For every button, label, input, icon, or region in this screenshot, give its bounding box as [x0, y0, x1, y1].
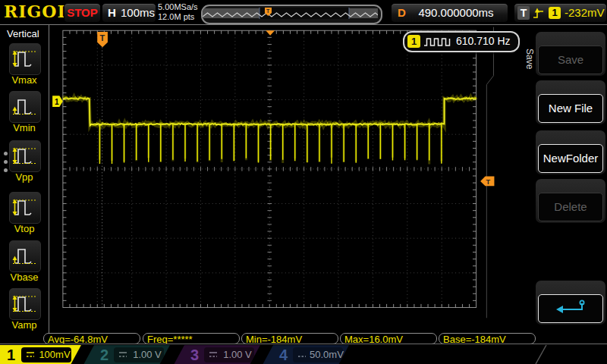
delay-badge: D 490.000000ms [391, 3, 508, 23]
horizontal-timebase-badge: H 100ms [102, 3, 156, 23]
softkey-back[interactable] [536, 281, 605, 325]
vpp-icon [10, 141, 39, 170]
channel-3-badge[interactable]: 3 1.00 V [174, 345, 260, 364]
timebase-value: 100ms [121, 4, 154, 22]
rising-edge-icon [532, 7, 545, 19]
softkey-save[interactable]: Save [536, 32, 605, 76]
return-arrow-icon [553, 298, 588, 318]
dc-coupling-icon [209, 351, 218, 358]
measure-button-vmin[interactable] [9, 91, 41, 123]
vbase-icon [10, 241, 39, 270]
channel-1-number: 1 [7, 346, 15, 364]
menu-tab-save: Save [524, 42, 535, 77]
left-measure-menu: Vertical VmaxVminVppVtopVbaseVamp [0, 25, 49, 344]
measurement-avg: Avg=-64.8mV [43, 333, 140, 344]
measure-button-vpp[interactable] [9, 140, 41, 172]
brand-logo: RIGOL [4, 2, 70, 21]
channel-4-scale: 50.0mV [310, 347, 343, 362]
measure-button-vamp[interactable] [9, 288, 41, 320]
frequency-counter-badge: 1 610.710 Hz [403, 31, 520, 52]
measure-button-vbase[interactable] [9, 240, 41, 272]
top-status-bar: RIGOL STOP H 100ms 5.00MSa/s 12.0M pts T… [0, 0, 607, 25]
vmax-icon [10, 44, 39, 73]
softkey-new-folder[interactable]: NewFolder [536, 130, 605, 174]
channel-2-scale-box: 1.00 V [114, 347, 164, 362]
new-file-button[interactable]: New File [538, 94, 603, 123]
acquisition-info: 5.00MSa/s 12.0M pts [158, 2, 198, 22]
channel-2-badge[interactable]: 2 1.00 V [83, 345, 170, 364]
square-wave-icon [423, 36, 454, 47]
trigger-label: T [517, 6, 530, 20]
scope-markers: 1TT [52, 30, 494, 186]
vamp-icon [10, 289, 39, 318]
delay-label: D [398, 4, 406, 22]
delay-position-triangle [266, 30, 275, 35]
bar-divider [531, 344, 549, 364]
menu-tab-outline [486, 27, 493, 318]
right-soft-menu: Save New File NewFolder Delete [536, 25, 607, 344]
channel-4-number: 4 [279, 346, 288, 364]
channel-2-number: 2 [100, 346, 109, 364]
measure-label-vmax: Vmax [0, 74, 49, 86]
softkey-delete[interactable]: Delete [536, 179, 605, 223]
channel-1-scale-box: 100mV [21, 347, 71, 362]
softkey-new-file[interactable]: New File [536, 80, 605, 124]
new-folder-button[interactable]: NewFolder [538, 144, 603, 173]
vmin-icon [10, 92, 39, 121]
menu-page-dot [4, 152, 8, 155]
dc-coupling-icon [297, 351, 307, 358]
save-button[interactable]: Save [538, 46, 603, 74]
freq-counter-value: 610.710 Hz [456, 33, 511, 50]
channel-3-scale: 1.00 V [221, 347, 254, 362]
vtop-icon [10, 193, 39, 221]
waveform-memory-preview[interactable]: T [201, 5, 382, 24]
svg-text:T: T [266, 8, 270, 14]
dc-coupling-icon [26, 351, 35, 358]
channel-2-scale: 1.00 V [131, 347, 164, 362]
menu-page-dot [4, 160, 8, 164]
measure-label-vmin: Vmin [0, 122, 49, 133]
oscilloscope-screen: RIGOL STOP H 100ms 5.00MSa/s 12.0M pts T… [0, 0, 607, 364]
channel-1-badge[interactable]: 1 100mV [0, 345, 82, 364]
left-menu-title: Vertical [7, 28, 39, 39]
trigger-level-value: -232mV [565, 4, 605, 22]
measurement-base: Base=-184mV [439, 333, 536, 344]
dc-coupling-icon [118, 351, 127, 358]
svg-text:T: T [486, 178, 490, 186]
trigger-source-badge: 1 [549, 7, 561, 19]
channel-status-bar: 1 100mV 2 1.00 V 3 [0, 344, 607, 364]
run-state-badge: STOP [64, 3, 101, 23]
graticule [63, 30, 476, 307]
channel-1-scale: 100mV [38, 347, 71, 362]
svg-text:1: 1 [55, 98, 59, 106]
trigger-badge: T 1 -232mV [514, 3, 607, 23]
horizontal-label: H [108, 4, 116, 22]
back-button[interactable] [538, 294, 603, 323]
channel-4-scale-box: 50.0mV [293, 347, 343, 362]
delay-value: 490.000000ms [408, 4, 504, 22]
channel-4-badge[interactable]: 4 50.0mV [263, 345, 349, 364]
measure-label-vpp: Vpp [0, 171, 49, 183]
measure-label-vbase: Vbase [0, 271, 49, 283]
measurement-min: Min=-184mV [241, 333, 338, 344]
measurement-max: Max=16.0mV [340, 333, 437, 344]
measure-label-vtop: Vtop [0, 223, 49, 234]
measure-label-vamp: Vamp [0, 319, 49, 331]
channel-3-number: 3 [190, 346, 199, 364]
run-state-label: STOP [67, 6, 98, 19]
memory-preview-waveform: T [203, 6, 378, 20]
measurement-freq: Freq=***** [143, 333, 240, 344]
freq-counter-channel-badge: 1 [407, 35, 420, 48]
channel-3-scale-box: 1.00 V [204, 347, 254, 362]
delete-button[interactable]: Delete [538, 193, 603, 221]
measure-button-vtop[interactable] [9, 192, 41, 224]
memory-depth: 12.0M pts [158, 12, 198, 22]
measure-button-vmax[interactable] [9, 43, 41, 75]
sample-rate: 5.00MSa/s [158, 2, 198, 12]
svg-text:T: T [99, 33, 105, 42]
scope-display: 1TT [46, 25, 539, 344]
